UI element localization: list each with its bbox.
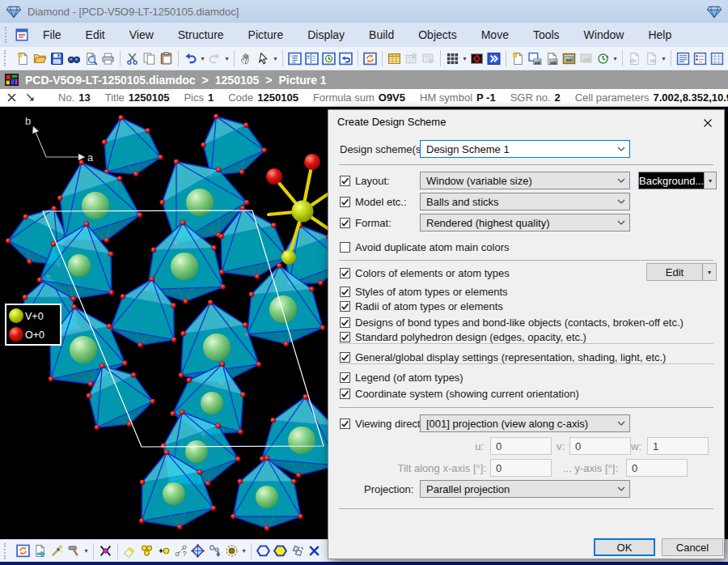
history-view-button[interactable] <box>320 50 337 67</box>
oxygen-atom[interactable] <box>27 259 32 264</box>
vanadium-atom[interactable] <box>256 486 278 508</box>
design-scheme-select[interactable]: Design Scheme 1 <box>420 140 630 158</box>
data-sheet-button[interactable] <box>386 50 403 67</box>
table-up-button[interactable] <box>403 50 420 67</box>
oxygen-atom[interactable] <box>183 299 188 304</box>
assign-document-button[interactable] <box>32 542 49 559</box>
menu-item-file[interactable]: File <box>34 23 70 47</box>
checkbox-checked[interactable] <box>340 317 350 328</box>
vanadium-atom[interactable] <box>185 440 208 463</box>
oxygen-atom[interactable] <box>271 223 276 227</box>
menu-item-picture[interactable]: Picture <box>239 23 293 47</box>
radiation-button[interactable] <box>223 542 240 559</box>
restore-view-button[interactable] <box>337 50 354 67</box>
data-brick-dropdown[interactable]: ▾ <box>461 50 468 67</box>
pan-button[interactable] <box>238 50 255 67</box>
next-picture-dropdown[interactable]: ▾ <box>660 50 667 67</box>
new-picture-button[interactable] <box>510 50 527 67</box>
oxygen-atom[interactable] <box>171 338 176 342</box>
oxygen-atom[interactable] <box>51 241 56 246</box>
menu-item-move[interactable]: Move <box>472 23 518 47</box>
edit-button[interactable]: Edit ▾ <box>646 263 717 281</box>
oxygen-atom[interactable] <box>240 206 245 210</box>
new-document-button[interactable] <box>15 50 32 67</box>
vanadium-atom-small[interactable] <box>281 250 296 265</box>
oxygen-atom[interactable] <box>216 168 221 172</box>
format-checkbox[interactable] <box>340 218 350 228</box>
oxygen-atom[interactable] <box>122 361 127 366</box>
model-select[interactable]: Balls and sticks <box>420 193 630 210</box>
save-button[interactable] <box>49 50 66 67</box>
oxygen-atom[interactable] <box>320 325 325 330</box>
oxygen-atom[interactable] <box>211 506 216 511</box>
filter-atoms-button[interactable] <box>121 542 138 559</box>
format-select[interactable]: Rendered (highest quality) <box>420 214 630 232</box>
breadcrumb-segment[interactable]: Picture 1 <box>279 74 327 87</box>
viewing-direction-checkbox[interactable] <box>340 418 350 429</box>
oxygen-atom[interactable] <box>139 518 144 523</box>
oxygen-atom[interactable] <box>208 299 213 304</box>
find-button[interactable] <box>66 50 83 67</box>
remove-x-button[interactable] <box>306 542 323 559</box>
oxygen-atom[interactable] <box>291 479 296 484</box>
oxygen-atom[interactable] <box>171 303 176 308</box>
undo-dropdown[interactable]: ▾ <box>199 50 206 67</box>
vanadium-atom[interactable] <box>68 254 91 277</box>
oxygen-atom[interactable] <box>131 372 136 377</box>
undo-button[interactable] <box>182 50 199 67</box>
oxygen-atom[interactable] <box>23 215 28 219</box>
oxygen-atom[interactable] <box>79 160 84 165</box>
oxygen-atom[interactable] <box>119 115 124 120</box>
update-structure-button[interactable] <box>15 542 32 559</box>
oxygen-atom[interactable] <box>117 176 122 181</box>
oxygen-atom[interactable] <box>109 290 114 295</box>
picture-overlay-button[interactable] <box>527 50 544 67</box>
oxygen-atom[interactable] <box>138 213 142 218</box>
wizard-button[interactable] <box>49 542 66 559</box>
checkbox-checked[interactable] <box>340 287 350 297</box>
oxygen-atom[interactable] <box>52 206 57 211</box>
background-color-button[interactable]: Background... ▾ <box>638 172 717 189</box>
oxygen-atom[interactable] <box>303 394 308 399</box>
update-picture-dropdown[interactable]: ▾ <box>612 50 619 67</box>
more-chevrons-button[interactable] <box>485 50 502 67</box>
oxygen-atom[interactable] <box>71 296 76 301</box>
vanadium-atom[interactable] <box>70 336 97 363</box>
oxygen-atom[interactable] <box>201 142 205 147</box>
menu-item-tools[interactable]: Tools <box>524 23 569 47</box>
hexagon-filled-button[interactable] <box>272 542 289 559</box>
distances-view-button[interactable] <box>468 50 485 67</box>
oxygen-atom[interactable] <box>219 270 224 274</box>
oxygen-atom[interactable] <box>218 234 223 239</box>
menu-item-edit[interactable]: Edit <box>77 23 114 47</box>
oxygen-atom[interactable] <box>133 172 138 176</box>
table-grid-button[interactable] <box>709 50 726 67</box>
vanadium-atom[interactable] <box>186 189 214 216</box>
oxygen-atom[interactable] <box>37 278 42 282</box>
oxygen-atom[interactable] <box>180 220 185 225</box>
oxygen-atom[interactable] <box>277 263 281 268</box>
add-atoms-button[interactable] <box>155 542 172 559</box>
projection-select[interactable]: Parallel projection <box>420 480 630 498</box>
picture-copy-button[interactable] <box>544 50 561 67</box>
properties-list-button[interactable] <box>692 50 709 67</box>
properties-view-button[interactable] <box>303 50 320 67</box>
pack-molecules-button[interactable] <box>206 542 223 559</box>
destroy-structure-button[interactable] <box>97 542 114 559</box>
vanadium-atom[interactable] <box>288 427 315 454</box>
oxygen-atom[interactable] <box>205 481 210 486</box>
oxygen-atom[interactable] <box>265 456 269 461</box>
oxygen-atom[interactable] <box>179 372 184 377</box>
next-picture-button[interactable] <box>643 50 660 67</box>
update-picture-button[interactable] <box>595 50 612 67</box>
menu-item-display[interactable]: Display <box>298 23 353 47</box>
oxygen-atom[interactable] <box>239 169 244 174</box>
oxygen-atom[interactable] <box>150 277 154 282</box>
oxygen-atom[interactable] <box>309 287 314 291</box>
print-preview-button[interactable] <box>83 50 99 67</box>
oxygen-atom[interactable] <box>99 363 104 368</box>
oxygen-atom[interactable] <box>138 342 143 347</box>
oxygen-atom[interactable] <box>220 362 225 367</box>
menu-item-objects[interactable]: Objects <box>409 23 465 47</box>
redo-dropdown[interactable]: ▾ <box>223 50 231 67</box>
